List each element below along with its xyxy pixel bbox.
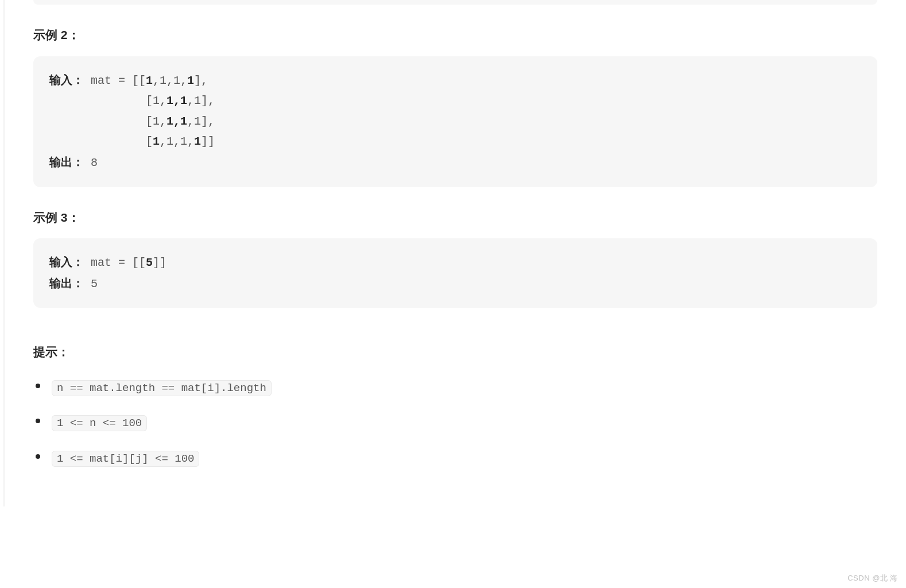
hints-heading: 提示： xyxy=(33,342,877,362)
code-text: mat = [[ xyxy=(91,256,146,269)
list-item: 1 <= mat[i][j] <= 100 xyxy=(36,448,877,467)
bold-num: 1 xyxy=(194,135,201,148)
constraint-code: 1 <= mat[i][j] <= 100 xyxy=(52,451,199,467)
constraint-code: 1 <= n <= 100 xyxy=(52,415,147,431)
bold-num: 1 xyxy=(187,74,194,87)
bold-num: 1 xyxy=(146,74,153,87)
code-text: ], xyxy=(194,74,208,87)
input-label: 输入： xyxy=(49,256,84,268)
constraint-code: n == mat.length == mat[i].length xyxy=(52,380,272,396)
hints-list: n == mat.length == mat[i].length 1 <= n … xyxy=(33,378,877,467)
code-text: [ xyxy=(49,135,153,148)
code-text: ,1], xyxy=(187,94,215,107)
code-text: ,1], xyxy=(187,115,215,128)
output-label: 输出： xyxy=(49,156,84,168)
code-text: ,1,1, xyxy=(160,135,194,148)
code-text: ]] xyxy=(201,135,215,148)
bold-num: 5 xyxy=(146,256,153,269)
example-2-heading: 示例 2： xyxy=(33,25,877,45)
output-label: 输出： xyxy=(49,277,84,289)
bold-num: 1 xyxy=(153,135,160,148)
bold-num: 1,1 xyxy=(167,94,187,107)
list-item: n == mat.length == mat[i].length xyxy=(36,378,877,397)
example-2-code: 输入： mat = [[1,1,1,1], [1,1,1,1], [1,1,1,… xyxy=(33,56,877,187)
output-value: 5 xyxy=(91,277,98,291)
code-text: mat = [[ xyxy=(91,74,146,87)
list-item: 1 <= n <= 100 xyxy=(36,413,877,432)
bold-num: 1,1 xyxy=(167,115,187,128)
prev-block-bottom xyxy=(33,0,877,5)
code-text: [1, xyxy=(49,94,167,107)
code-text: ]] xyxy=(153,256,167,269)
input-label: 输入： xyxy=(49,74,84,86)
code-text: ,1,1, xyxy=(153,74,187,87)
code-text: [1, xyxy=(49,115,167,128)
output-value: 8 xyxy=(91,156,98,169)
example-3-code: 输入： mat = [[5]] 输出： 5 xyxy=(33,238,877,308)
example-3-heading: 示例 3： xyxy=(33,208,877,227)
